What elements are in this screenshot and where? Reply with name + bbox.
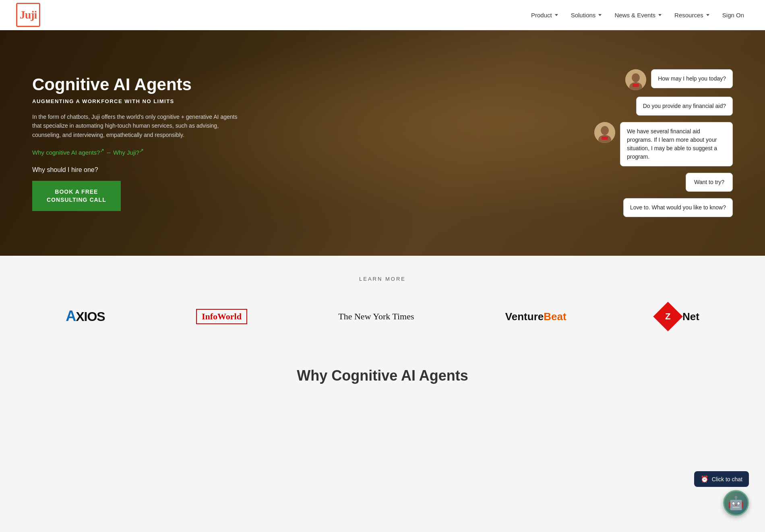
hero-subtitle: AUGMENTING A WORKFORCE WITH NO LIMITS <box>32 98 242 104</box>
logo-nyt: The New York Times <box>338 311 414 322</box>
chat-bubble-4: Want to try? <box>686 173 733 192</box>
chat-row-1: How may I help you today? <box>625 69 733 90</box>
logo[interactable]: Juji <box>16 3 40 27</box>
hero-title: Cognitive AI Agents <box>32 75 242 94</box>
chat-row-2: Do you provide any financial aid? <box>636 97 733 116</box>
why-section-preview: Why Cognitive AI Agents <box>0 351 765 392</box>
logo-axios: AXIOS <box>66 309 105 324</box>
nav-product[interactable]: Product <box>526 8 563 22</box>
nav-solutions-label: Solutions <box>571 12 596 19</box>
svg-rect-3 <box>633 84 639 87</box>
hero-description: In the form of chatbots, Juji offers the… <box>32 112 242 139</box>
chat-text-5: Love to. What would you like to know? <box>630 204 726 211</box>
btn-line2: CONSULTING CALL <box>47 197 106 203</box>
chat-bubble-3: We have several financial aid programs. … <box>620 122 733 166</box>
zdnet-logo-container: Z Net <box>657 306 699 327</box>
why-cognitive-label: Why cognitive AI agents? <box>32 149 100 156</box>
infoworld-logo-text: InfoWorld <box>196 309 247 324</box>
why-juji-link[interactable]: Why Juji?↗ <box>113 149 144 156</box>
nav-signin-label: Sign On <box>722 12 744 19</box>
hero-left: Cognitive AI Agents AUGMENTING A WORKFOR… <box>32 75 242 211</box>
learn-more-section: LEARN MORE <box>0 256 765 298</box>
chat-row-4: Want to try? <box>686 173 733 192</box>
nav-news-link[interactable]: News & Events <box>610 8 666 22</box>
why-title: Why Cognitive AI Agents <box>8 367 757 384</box>
nav-solutions-link[interactable]: Solutions <box>566 8 607 22</box>
why-hire-text: Why should I hire one? <box>32 166 242 174</box>
nav-links: Product Solutions News & Events Resource… <box>526 8 749 22</box>
chat-row-3: We have several financial aid programs. … <box>594 122 733 166</box>
logo-infoworld: InfoWorld <box>196 309 247 324</box>
nav-product-label: Product <box>531 12 552 19</box>
bot-avatar-svg-2 <box>594 122 615 143</box>
nav-signin-link[interactable]: Sign On <box>717 8 749 22</box>
logo-text: Juji <box>20 8 37 21</box>
logo-zdnet: Z Net <box>657 306 699 327</box>
product-chevron-icon <box>555 14 558 16</box>
zdnet-net-text: Net <box>682 311 699 323</box>
solutions-chevron-icon <box>598 14 602 16</box>
chat-bubble-2: Do you provide any financial aid? <box>636 97 733 116</box>
svg-point-1 <box>632 73 640 82</box>
zdnet-diamond-icon: Z <box>653 302 683 331</box>
bot-avatar-svg-1 <box>625 69 646 90</box>
chat-text-2: Do you provide any financial aid? <box>643 103 726 109</box>
link-separator: – <box>107 149 112 156</box>
why-juji-superscript: ↗ <box>139 148 144 153</box>
learn-more-label: LEARN MORE <box>8 276 757 282</box>
chat-bubble-5: Love to. What would you like to know? <box>623 198 733 217</box>
hero-section: Cognitive AI Agents AUGMENTING A WORKFOR… <box>0 30 765 256</box>
hero-content: Cognitive AI Agents AUGMENTING A WORKFOR… <box>0 69 765 217</box>
resources-chevron-icon <box>706 14 709 16</box>
nyt-logo-text: The New York Times <box>338 311 414 322</box>
bot-avatar-1 <box>625 69 646 90</box>
hero-links: Why cognitive AI agents?↗ – Why Juji?↗ <box>32 147 242 156</box>
nav-solutions[interactable]: Solutions <box>566 8 607 22</box>
consulting-call-button[interactable]: BOOK A FREE CONSULTING CALL <box>32 181 121 211</box>
btn-line1: BOOK A FREE <box>55 188 98 195</box>
chat-text-3: We have several financial aid programs. … <box>627 128 717 160</box>
zdnet-z-letter: Z <box>665 312 670 321</box>
svg-rect-7 <box>602 137 608 140</box>
logos-section: AXIOS InfoWorld The New York Times Ventu… <box>0 298 765 351</box>
navbar: Juji Product Solutions News & Events Res… <box>0 0 765 30</box>
chat-text-1: How may I help you today? <box>658 75 726 82</box>
nav-resources[interactable]: Resources <box>670 8 714 22</box>
nav-resources-link[interactable]: Resources <box>670 8 714 22</box>
why-juji-label: Why Juji? <box>113 149 139 156</box>
venturebeat-logo-text: VentureBeat <box>505 311 567 323</box>
nav-signin[interactable]: Sign On <box>717 8 749 22</box>
bot-avatar-2 <box>594 122 615 143</box>
nav-product-link[interactable]: Product <box>526 8 563 22</box>
nav-news-label: News & Events <box>614 12 655 19</box>
news-chevron-icon <box>658 14 662 16</box>
hero-chat-demo: How may I help you today? Do you provide… <box>594 69 733 217</box>
axios-logo-text: AXIOS <box>66 309 105 324</box>
chat-bubble-1: How may I help you today? <box>651 69 733 88</box>
nav-news[interactable]: News & Events <box>610 8 666 22</box>
logo-box: Juji <box>16 3 40 27</box>
chat-row-5: Love to. What would you like to know? <box>623 198 733 217</box>
why-cognitive-superscript: ↗ <box>100 148 104 153</box>
nav-resources-label: Resources <box>674 12 703 19</box>
why-cognitive-link[interactable]: Why cognitive AI agents?↗ <box>32 149 106 156</box>
chat-text-4: Want to try? <box>694 179 724 185</box>
svg-point-5 <box>601 126 609 135</box>
logo-venturebeat: VentureBeat <box>505 311 567 323</box>
